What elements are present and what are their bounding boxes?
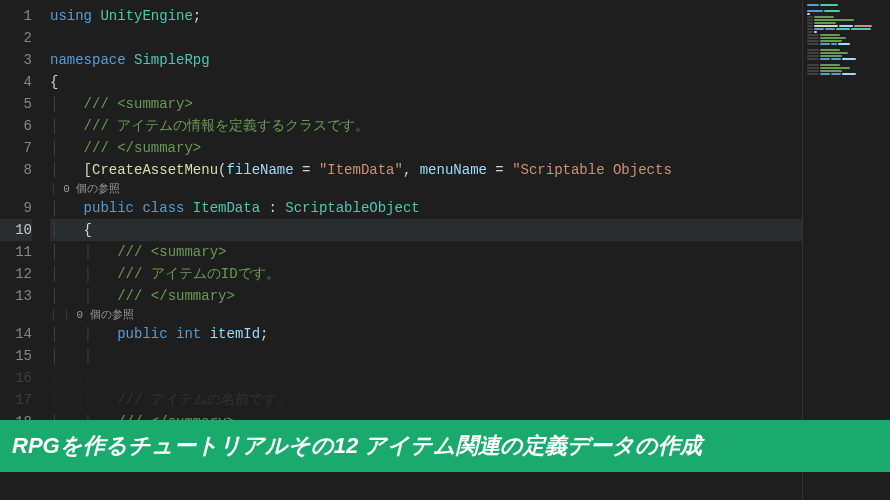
- line-number: 3: [0, 49, 32, 71]
- codelens-references[interactable]: │ │ 0 個の参照: [50, 307, 890, 323]
- code-line[interactable]: namespace SimpleRpg: [50, 49, 890, 71]
- line-number: 11: [0, 241, 32, 263]
- line-number: 13: [0, 285, 32, 307]
- line-number: 9: [0, 197, 32, 219]
- line-number: 1: [0, 5, 32, 27]
- line-number: 17: [0, 389, 32, 411]
- code-line-current[interactable]: │ {: [50, 219, 890, 241]
- line-number: 2: [0, 27, 32, 49]
- code-line[interactable]: │ /// </summary>: [50, 137, 890, 159]
- line-number: 8: [0, 159, 32, 181]
- code-line[interactable]: │ │: [50, 345, 890, 367]
- code-line[interactable]: │ │: [50, 367, 890, 389]
- code-line[interactable]: │ public class ItemData : ScriptableObje…: [50, 197, 890, 219]
- line-number: 12: [0, 263, 32, 285]
- code-line[interactable]: │ │ /// アイテムのIDです。: [50, 263, 890, 285]
- code-line[interactable]: {: [50, 71, 890, 93]
- tutorial-banner: RPGを作るチュートリアルその12 アイテム関連の定義データの作成: [0, 420, 890, 472]
- code-line[interactable]: │ │ /// アイテムの名前です。: [50, 389, 890, 411]
- line-number: 15: [0, 345, 32, 367]
- line-number: 14: [0, 323, 32, 345]
- code-line[interactable]: │ /// <summary>: [50, 93, 890, 115]
- codelens-references[interactable]: │ 0 個の参照: [50, 181, 890, 197]
- line-number: 7: [0, 137, 32, 159]
- line-number: 4: [0, 71, 32, 93]
- line-number: 16: [0, 367, 32, 389]
- minimap-content: [803, 0, 890, 80]
- code-line[interactable]: [50, 27, 890, 49]
- code-line[interactable]: │ │ public int itemId;: [50, 323, 890, 345]
- line-number-current: 10: [0, 219, 32, 241]
- code-line[interactable]: │ /// アイテムの情報を定義するクラスです。: [50, 115, 890, 137]
- code-line[interactable]: using UnityEngine;: [50, 5, 890, 27]
- code-line[interactable]: │ │ /// <summary>: [50, 241, 890, 263]
- code-line[interactable]: │ [CreateAssetMenu(fileName = "ItemData"…: [50, 159, 890, 181]
- line-number: 5: [0, 93, 32, 115]
- line-number: 6: [0, 115, 32, 137]
- banner-title: RPGを作るチュートリアルその12 アイテム関連の定義データの作成: [12, 431, 702, 461]
- code-line[interactable]: │ │ /// </summary>: [50, 285, 890, 307]
